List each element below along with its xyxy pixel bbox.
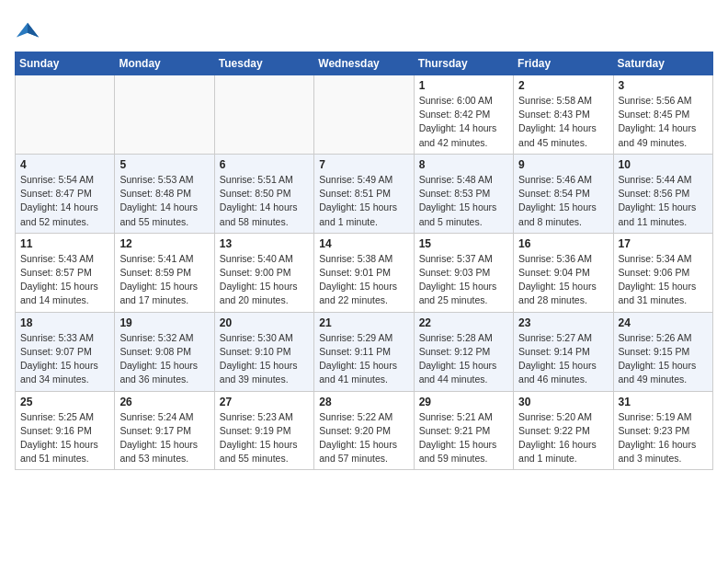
day-number: 8 <box>419 158 508 171</box>
col-header-tuesday: Tuesday <box>214 52 313 75</box>
col-header-sunday: Sunday <box>16 52 115 75</box>
day-number: 12 <box>119 237 209 250</box>
day-info: Sunrise: 5:28 AM Sunset: 9:12 PM Dayligh… <box>419 331 508 387</box>
page-header <box>15 15 713 44</box>
day-number: 26 <box>119 396 209 408</box>
day-cell: 9Sunrise: 5:46 AM Sunset: 8:54 PM Daylig… <box>514 154 613 233</box>
day-cell <box>314 75 414 155</box>
day-cell: 28Sunrise: 5:22 AM Sunset: 9:20 PM Dayli… <box>314 391 414 470</box>
day-info: Sunrise: 5:34 AM Sunset: 9:06 PM Dayligh… <box>619 252 708 308</box>
day-number: 5 <box>119 158 209 171</box>
day-info: Sunrise: 5:26 AM Sunset: 9:15 PM Dayligh… <box>619 331 708 387</box>
day-info: Sunrise: 6:00 AM Sunset: 8:42 PM Dayligh… <box>419 94 508 150</box>
day-number: 31 <box>619 396 708 408</box>
day-cell: 3Sunrise: 5:56 AM Sunset: 8:45 PM Daylig… <box>613 75 712 155</box>
day-info: Sunrise: 5:32 AM Sunset: 9:08 PM Dayligh… <box>119 331 209 387</box>
day-info: Sunrise: 5:23 AM Sunset: 9:19 PM Dayligh… <box>220 410 309 466</box>
col-header-wednesday: Wednesday <box>314 52 414 75</box>
calendar-table: SundayMondayTuesdayWednesdayThursdayFrid… <box>15 52 713 470</box>
day-number: 21 <box>319 316 408 329</box>
day-number: 3 <box>619 79 708 92</box>
day-number: 23 <box>518 316 608 329</box>
day-cell: 13Sunrise: 5:40 AM Sunset: 9:00 PM Dayli… <box>214 233 313 312</box>
day-info: Sunrise: 5:25 AM Sunset: 9:16 PM Dayligh… <box>20 410 109 466</box>
week-row-1: 1Sunrise: 6:00 AM Sunset: 8:42 PM Daylig… <box>16 75 713 155</box>
day-number: 24 <box>619 316 708 329</box>
day-number: 19 <box>119 316 209 329</box>
day-cell: 21Sunrise: 5:29 AM Sunset: 9:11 PM Dayli… <box>314 312 414 391</box>
day-info: Sunrise: 5:58 AM Sunset: 8:43 PM Dayligh… <box>518 94 608 150</box>
week-row-2: 4Sunrise: 5:54 AM Sunset: 8:47 PM Daylig… <box>16 154 713 233</box>
day-info: Sunrise: 5:33 AM Sunset: 9:07 PM Dayligh… <box>20 331 109 387</box>
logo <box>15 18 44 44</box>
day-cell <box>214 75 313 155</box>
day-number: 22 <box>419 316 508 329</box>
day-cell: 19Sunrise: 5:32 AM Sunset: 9:08 PM Dayli… <box>115 312 214 391</box>
day-cell: 27Sunrise: 5:23 AM Sunset: 9:19 PM Dayli… <box>214 391 313 470</box>
day-cell: 8Sunrise: 5:48 AM Sunset: 8:53 PM Daylig… <box>414 154 513 233</box>
day-cell: 1Sunrise: 6:00 AM Sunset: 8:42 PM Daylig… <box>414 75 513 155</box>
day-number: 11 <box>20 237 109 250</box>
day-cell: 17Sunrise: 5:34 AM Sunset: 9:06 PM Dayli… <box>613 233 712 312</box>
day-info: Sunrise: 5:19 AM Sunset: 9:23 PM Dayligh… <box>619 410 708 466</box>
day-info: Sunrise: 5:38 AM Sunset: 9:01 PM Dayligh… <box>319 252 408 308</box>
day-cell: 4Sunrise: 5:54 AM Sunset: 8:47 PM Daylig… <box>16 154 115 233</box>
header-row: SundayMondayTuesdayWednesdayThursdayFrid… <box>16 52 713 75</box>
day-info: Sunrise: 5:22 AM Sunset: 9:20 PM Dayligh… <box>319 410 408 466</box>
day-info: Sunrise: 5:20 AM Sunset: 9:22 PM Dayligh… <box>518 410 608 466</box>
col-header-saturday: Saturday <box>613 52 712 75</box>
day-info: Sunrise: 5:49 AM Sunset: 8:51 PM Dayligh… <box>319 173 408 229</box>
day-cell: 11Sunrise: 5:43 AM Sunset: 8:57 PM Dayli… <box>16 233 115 312</box>
day-number: 4 <box>20 158 109 171</box>
day-number: 1 <box>419 79 508 92</box>
day-info: Sunrise: 5:43 AM Sunset: 8:57 PM Dayligh… <box>20 252 109 308</box>
day-cell: 18Sunrise: 5:33 AM Sunset: 9:07 PM Dayli… <box>16 312 115 391</box>
day-cell: 31Sunrise: 5:19 AM Sunset: 9:23 PM Dayli… <box>613 391 712 470</box>
day-info: Sunrise: 5:41 AM Sunset: 8:59 PM Dayligh… <box>119 252 209 308</box>
day-cell: 6Sunrise: 5:51 AM Sunset: 8:50 PM Daylig… <box>214 154 313 233</box>
day-info: Sunrise: 5:37 AM Sunset: 9:03 PM Dayligh… <box>419 252 508 308</box>
day-info: Sunrise: 5:54 AM Sunset: 8:47 PM Dayligh… <box>20 173 109 229</box>
day-cell: 2Sunrise: 5:58 AM Sunset: 8:43 PM Daylig… <box>514 75 613 155</box>
day-number: 29 <box>419 396 508 408</box>
day-cell: 25Sunrise: 5:25 AM Sunset: 9:16 PM Dayli… <box>16 391 115 470</box>
day-number: 14 <box>319 237 408 250</box>
day-info: Sunrise: 5:27 AM Sunset: 9:14 PM Dayligh… <box>518 331 608 387</box>
day-number: 28 <box>319 396 408 408</box>
day-cell: 29Sunrise: 5:21 AM Sunset: 9:21 PM Dayli… <box>414 391 513 470</box>
day-info: Sunrise: 5:24 AM Sunset: 9:17 PM Dayligh… <box>119 410 209 466</box>
day-number: 16 <box>518 237 608 250</box>
day-cell: 23Sunrise: 5:27 AM Sunset: 9:14 PM Dayli… <box>514 312 613 391</box>
day-cell: 7Sunrise: 5:49 AM Sunset: 8:51 PM Daylig… <box>314 154 414 233</box>
day-number: 25 <box>20 396 109 408</box>
svg-marker-1 <box>28 23 39 38</box>
day-number: 10 <box>619 158 708 171</box>
day-number: 13 <box>220 237 309 250</box>
day-info: Sunrise: 5:44 AM Sunset: 8:56 PM Dayligh… <box>619 173 708 229</box>
day-cell: 16Sunrise: 5:36 AM Sunset: 9:04 PM Dayli… <box>514 233 613 312</box>
day-cell <box>115 75 214 155</box>
day-number: 6 <box>220 158 309 171</box>
week-row-4: 18Sunrise: 5:33 AM Sunset: 9:07 PM Dayli… <box>16 312 713 391</box>
day-info: Sunrise: 5:29 AM Sunset: 9:11 PM Dayligh… <box>319 331 408 387</box>
day-number: 30 <box>518 396 608 408</box>
day-info: Sunrise: 5:53 AM Sunset: 8:48 PM Dayligh… <box>119 173 209 229</box>
day-info: Sunrise: 5:51 AM Sunset: 8:50 PM Dayligh… <box>220 173 309 229</box>
logo-icon <box>15 18 40 44</box>
col-header-friday: Friday <box>514 52 613 75</box>
day-cell: 10Sunrise: 5:44 AM Sunset: 8:56 PM Dayli… <box>613 154 712 233</box>
day-info: Sunrise: 5:21 AM Sunset: 9:21 PM Dayligh… <box>419 410 508 466</box>
day-number: 9 <box>518 158 608 171</box>
day-number: 20 <box>220 316 309 329</box>
day-cell: 20Sunrise: 5:30 AM Sunset: 9:10 PM Dayli… <box>214 312 313 391</box>
week-row-5: 25Sunrise: 5:25 AM Sunset: 9:16 PM Dayli… <box>16 391 713 470</box>
day-info: Sunrise: 5:46 AM Sunset: 8:54 PM Dayligh… <box>518 173 608 229</box>
day-cell: 30Sunrise: 5:20 AM Sunset: 9:22 PM Dayli… <box>514 391 613 470</box>
day-info: Sunrise: 5:36 AM Sunset: 9:04 PM Dayligh… <box>518 252 608 308</box>
day-cell: 12Sunrise: 5:41 AM Sunset: 8:59 PM Dayli… <box>115 233 214 312</box>
day-cell: 14Sunrise: 5:38 AM Sunset: 9:01 PM Dayli… <box>314 233 414 312</box>
day-number: 2 <box>518 79 608 92</box>
day-cell: 15Sunrise: 5:37 AM Sunset: 9:03 PM Dayli… <box>414 233 513 312</box>
day-cell: 22Sunrise: 5:28 AM Sunset: 9:12 PM Dayli… <box>414 312 513 391</box>
day-info: Sunrise: 5:56 AM Sunset: 8:45 PM Dayligh… <box>619 94 708 150</box>
